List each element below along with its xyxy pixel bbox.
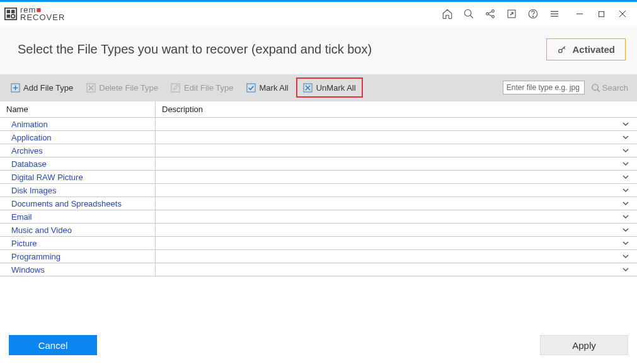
- svg-rect-0: [5, 8, 16, 20]
- svg-point-34: [592, 84, 598, 89]
- row-name: Database: [0, 159, 155, 169]
- row-name: Music and Video: [0, 225, 155, 235]
- svg-point-22: [559, 49, 562, 52]
- table-row[interactable]: Archives: [0, 144, 637, 157]
- row-description: [155, 118, 621, 130]
- expand-icon[interactable]: [621, 147, 637, 154]
- expand-icon[interactable]: [621, 134, 637, 140]
- search-icon: [591, 83, 600, 93]
- mark-all-label: Mark All: [260, 83, 289, 93]
- svg-rect-30: [247, 83, 255, 91]
- unmark-all-button[interactable]: UnMark All: [298, 79, 361, 96]
- column-description[interactable]: Description: [155, 101, 621, 117]
- table-row[interactable]: Animation: [0, 118, 637, 131]
- table-row[interactable]: Music and Video: [0, 224, 637, 237]
- window-controls: [569, 4, 633, 23]
- table-row[interactable]: Application: [0, 131, 637, 144]
- share-icon[interactable]: [479, 4, 501, 23]
- title-icons: [437, 4, 565, 23]
- row-name: Application: [0, 133, 155, 142]
- expand-icon[interactable]: [621, 121, 637, 127]
- svg-line-11: [488, 14, 492, 16]
- toolbar: Add File Type Delete File Type Edit File…: [0, 74, 637, 101]
- row-description: [155, 157, 621, 170]
- logo-icon: [4, 7, 18, 21]
- expand-icon[interactable]: [621, 253, 637, 259]
- svg-line-10: [488, 11, 492, 13]
- table-row[interactable]: Picture: [0, 237, 637, 250]
- svg-line-35: [597, 89, 600, 92]
- row-name: Animation: [0, 120, 155, 129]
- row-name: Programming: [0, 252, 155, 261]
- svg-rect-2: [11, 10, 14, 13]
- mark-all-button[interactable]: Mark All: [241, 79, 294, 96]
- row-description: [155, 184, 621, 196]
- table-row[interactable]: Disk Images: [0, 184, 637, 197]
- search-label: Search: [602, 83, 628, 93]
- search-button[interactable]: Search: [587, 81, 632, 95]
- row-description: [155, 224, 621, 236]
- expand-icon[interactable]: [621, 227, 637, 233]
- edit-icon: [171, 82, 181, 93]
- row-description: [155, 210, 621, 223]
- table-row[interactable]: Windows: [0, 263, 637, 276]
- apply-button[interactable]: Apply: [540, 335, 628, 355]
- expand-icon[interactable]: [621, 161, 637, 167]
- svg-line-6: [470, 15, 473, 18]
- expand-icon[interactable]: [621, 266, 637, 273]
- home-icon[interactable]: [437, 4, 458, 23]
- activated-label: Activated: [572, 44, 615, 55]
- search-icon[interactable]: [458, 4, 479, 23]
- header-row: Select the File Types you want to recove…: [0, 26, 637, 74]
- unmark-highlight: UnMark All: [296, 77, 363, 98]
- delete-file-type-button: Delete File Type: [81, 79, 163, 96]
- svg-rect-3: [7, 14, 10, 18]
- row-name: Disk Images: [0, 186, 155, 195]
- expand-icon[interactable]: [621, 174, 637, 180]
- row-name: Documents and Spreadsheets: [0, 199, 155, 208]
- svg-rect-29: [171, 83, 180, 91]
- expand-icon[interactable]: [621, 187, 637, 193]
- delete-file-type-label: Delete File Type: [99, 83, 158, 93]
- row-name: Archives: [0, 146, 155, 156]
- table-row[interactable]: Documents and Spreadsheets: [0, 197, 637, 210]
- row-description: [155, 237, 621, 249]
- activated-badge[interactable]: Activated: [546, 38, 626, 60]
- expand-icon[interactable]: [621, 200, 637, 207]
- column-name[interactable]: Name: [0, 105, 155, 114]
- expand-icon[interactable]: [621, 213, 637, 220]
- main-panel: Select the File Types you want to recove…: [0, 26, 637, 276]
- file-types-table: Name Description AnimationApplicationArc…: [0, 101, 637, 276]
- table-row[interactable]: Digital RAW Picture: [0, 171, 637, 184]
- menu-icon[interactable]: [544, 4, 565, 23]
- row-name: Digital RAW Picture: [0, 173, 155, 182]
- check-icon: [246, 82, 256, 93]
- search-input[interactable]: [503, 81, 585, 94]
- table-row[interactable]: Email: [0, 210, 637, 224]
- close-button[interactable]: [612, 4, 633, 23]
- add-file-type-button[interactable]: Add File Type: [5, 79, 78, 96]
- row-name: Picture: [0, 239, 155, 248]
- table-row[interactable]: Programming: [0, 250, 637, 263]
- footer: Cancel Apply: [0, 326, 637, 364]
- svg-point-9: [492, 16, 495, 18]
- table-row[interactable]: Database: [0, 157, 637, 171]
- row-description: [155, 197, 621, 210]
- svg-point-7: [486, 13, 489, 15]
- row-name: Windows: [0, 265, 155, 275]
- export-icon[interactable]: [501, 4, 522, 23]
- expand-icon[interactable]: [621, 240, 637, 246]
- maximize-button[interactable]: [590, 4, 612, 23]
- row-description: [155, 250, 621, 263]
- table-header: Name Description: [0, 101, 637, 118]
- cancel-button[interactable]: Cancel: [9, 335, 97, 355]
- help-icon[interactable]: [522, 4, 544, 23]
- svg-point-8: [492, 10, 495, 13]
- svg-point-5: [464, 9, 471, 16]
- edit-file-type-label: Edit File Type: [184, 83, 234, 93]
- row-name: Email: [0, 212, 155, 222]
- delete-icon: [86, 82, 96, 93]
- svg-rect-1: [7, 10, 10, 13]
- minimize-button[interactable]: [569, 4, 590, 23]
- page-title: Select the File Types you want to recove…: [18, 42, 372, 57]
